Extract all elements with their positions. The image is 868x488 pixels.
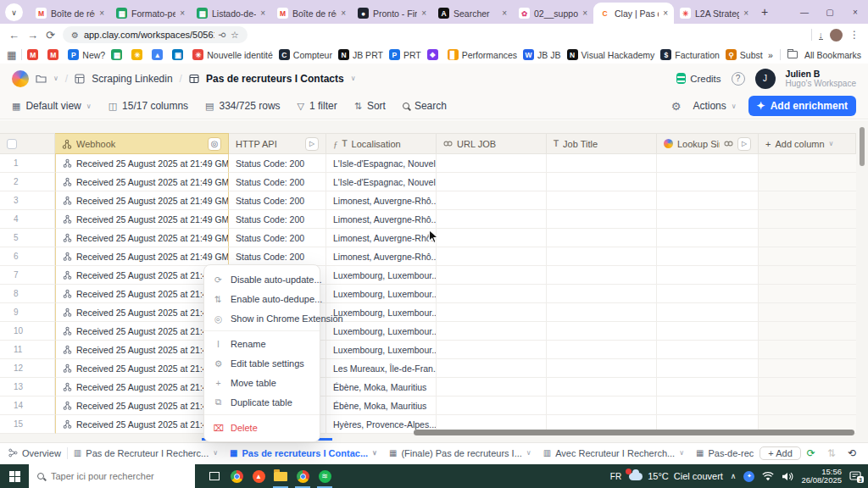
row-number[interactable]: 9 bbox=[0, 303, 55, 322]
browser-tab[interactable]: M Boîte de récep × bbox=[30, 3, 110, 24]
extension-icon[interactable] bbox=[374, 29, 387, 42]
lookup-cell[interactable] bbox=[657, 229, 759, 247]
bookmark-item[interactable]: M bbox=[27, 49, 42, 60]
webhook-cell[interactable]: Received 25 August 2025 at 21:49 GMT-5 bbox=[55, 247, 229, 266]
localisation-cell[interactable]: Limonest, Auvergne-Rhô... bbox=[326, 191, 437, 210]
lookup-cell[interactable] bbox=[657, 266, 759, 285]
workspace-caret-icon[interactable]: ∨ bbox=[53, 75, 58, 82]
localisation-cell[interactable]: Limonest, Auvergne-Rhô... bbox=[326, 210, 437, 229]
extension-icon[interactable] bbox=[476, 29, 488, 42]
lookup-cell[interactable] bbox=[657, 359, 759, 378]
job-title-cell[interactable] bbox=[547, 229, 657, 247]
columns-button[interactable]: ◫ 15/17 columns bbox=[108, 100, 188, 112]
bookmark-item[interactable]: ▲ bbox=[152, 49, 166, 60]
sheet-tab[interactable]: ▦ Pas de recruteurs I Contac... ∨ bbox=[230, 448, 377, 458]
localisation-cell[interactable]: Luxembourg, Luxembour... bbox=[326, 285, 437, 303]
table-row[interactable]: 10 Received 25 August 2025 at 21:49 GMT-… bbox=[0, 322, 856, 341]
url-text[interactable]: app.clay.com/workspaces/505611... bbox=[84, 30, 214, 40]
lookup-cell[interactable] bbox=[657, 303, 759, 322]
table-row[interactable]: 3 Received 25 August 2025 at 21:49 GMT-5… bbox=[0, 191, 856, 210]
row-number[interactable]: 5 bbox=[0, 229, 55, 247]
context-menu-item[interactable]: ⧉ Duplicate table bbox=[204, 392, 320, 412]
tab-close-icon[interactable]: × bbox=[582, 8, 587, 18]
sheet-tab-caret-icon[interactable]: ∨ bbox=[213, 449, 218, 457]
table-row[interactable]: 6 Received 25 August 2025 at 21:49 GMT-5… bbox=[0, 247, 856, 266]
tab-close-icon[interactable]: × bbox=[99, 8, 104, 18]
sheet-tab-caret-icon[interactable]: ∨ bbox=[526, 449, 531, 457]
webhook-cell[interactable]: Received 25 August 2025 at 21:49 GMT-5 bbox=[55, 154, 229, 173]
browser-tab[interactable]: C Clay | Pas de re × bbox=[593, 3, 674, 24]
url-job-cell[interactable] bbox=[437, 341, 547, 359]
row-number[interactable]: 1 bbox=[0, 154, 55, 173]
reload-button[interactable]: ⟳ bbox=[46, 29, 55, 42]
row-number[interactable]: 8 bbox=[0, 285, 55, 303]
url-job-cell[interactable] bbox=[437, 359, 547, 378]
url-job-cell[interactable] bbox=[437, 396, 547, 415]
extension-icon[interactable] bbox=[526, 29, 539, 42]
browser-tab[interactable]: A Searcher × bbox=[432, 3, 513, 24]
taskbar-search-input[interactable] bbox=[51, 471, 170, 481]
row-number[interactable]: 2 bbox=[0, 173, 55, 191]
tab-search-button[interactable]: ∨ bbox=[5, 3, 23, 21]
bookmark-item[interactable]: N Visual Hackademy bbox=[567, 49, 655, 60]
task-view-button[interactable] bbox=[203, 464, 225, 488]
rows-button[interactable]: ▤ 334/725 rows bbox=[205, 100, 280, 112]
extension-icon[interactable] bbox=[543, 29, 556, 42]
table-row[interactable]: 8 Received 25 August 2025 at 21:49 GMT-5… bbox=[0, 285, 856, 303]
tab-close-icon[interactable]: × bbox=[180, 8, 185, 18]
bookmarks-overflow-chevron[interactable]: » bbox=[768, 50, 773, 60]
table-row[interactable]: 13 Received 25 August 2025 at 21:49 GMT-… bbox=[0, 378, 856, 396]
minimize-button[interactable]: — bbox=[792, 8, 817, 17]
browser-tab[interactable]: ● Pronto - Find × bbox=[352, 3, 432, 24]
extension-icon[interactable] bbox=[628, 29, 641, 42]
row-number[interactable]: 7 bbox=[0, 266, 55, 285]
http-status-cell[interactable]: Status Code: 200 bbox=[229, 173, 326, 191]
extension-icon[interactable] bbox=[459, 29, 471, 42]
language-indicator[interactable]: FR bbox=[610, 472, 621, 481]
row-number[interactable]: 11 bbox=[0, 341, 55, 359]
brave-app-button[interactable]: ▲ bbox=[248, 464, 270, 488]
forward-button[interactable]: → bbox=[27, 29, 38, 42]
filter-button[interactable]: ▽ 1 filter bbox=[298, 100, 337, 112]
tab-overview[interactable]: Overview bbox=[8, 448, 61, 458]
lookup-cell[interactable] bbox=[657, 173, 759, 191]
row-number[interactable]: 14 bbox=[0, 396, 55, 415]
credits-button[interactable]: Credits bbox=[676, 73, 721, 84]
row-number[interactable]: 15 bbox=[0, 415, 55, 434]
wifi-icon[interactable] bbox=[762, 472, 774, 481]
job-title-cell[interactable] bbox=[547, 396, 657, 415]
job-title-cell[interactable] bbox=[547, 191, 657, 210]
bookmark-star-icon[interactable]: ☆ bbox=[231, 30, 239, 41]
workspace-folder-icon[interactable] bbox=[36, 74, 47, 83]
taskbar-search[interactable] bbox=[29, 464, 195, 488]
bookmark-item[interactable]: N JB PRT bbox=[338, 49, 383, 60]
http-status-cell[interactable]: Status Code: 200 bbox=[229, 210, 326, 229]
extension-icon[interactable] bbox=[357, 29, 370, 42]
localisation-cell[interactable]: L'Isle-d'Espagnac, Nouvel... bbox=[326, 154, 437, 173]
url-job-cell[interactable] bbox=[437, 247, 547, 266]
new-tab-button[interactable]: + bbox=[761, 5, 768, 19]
table-row[interactable]: 1 Received 25 August 2025 at 21:49 GMT-5… bbox=[0, 154, 856, 173]
bookmark-item[interactable]: W JB JB bbox=[523, 49, 560, 60]
lookup-cell[interactable] bbox=[657, 322, 759, 341]
sheet-tab[interactable]: ▦ Pas-de-recruteurs-I-Conta... ∨ bbox=[696, 448, 754, 458]
sheet-tab[interactable]: ▥ Avec Recruteur I Recherch... ∨ bbox=[543, 448, 684, 458]
bookmark-item[interactable]: ✳ bbox=[131, 49, 146, 60]
spotify-app-button[interactable]: ≋ bbox=[314, 464, 336, 488]
localisation-cell[interactable]: Luxembourg, Luxembour... bbox=[326, 266, 437, 285]
context-menu-item[interactable]: ⇅ Enable auto-dedupe... bbox=[204, 289, 320, 308]
history-icon[interactable]: ⟲ bbox=[848, 447, 856, 459]
file-explorer-button[interactable] bbox=[270, 464, 292, 488]
browser-tab[interactable]: ▦ Formato-perm × bbox=[110, 3, 191, 24]
localisation-cell[interactable]: Luxembourg, Luxembour... bbox=[326, 322, 437, 341]
help-button[interactable]: ? bbox=[732, 72, 745, 86]
extension-icon[interactable] bbox=[560, 29, 573, 42]
localisation-cell[interactable]: Limonest, Auvergne-Rhô... bbox=[326, 247, 437, 266]
lookup-cell[interactable] bbox=[657, 341, 759, 359]
table-row[interactable]: 9 Received 25 August 2025 at 21:49 GMT-5… bbox=[0, 303, 856, 322]
extension-icon[interactable] bbox=[391, 29, 403, 42]
sync-icon[interactable]: ⟳ bbox=[807, 447, 815, 459]
lookup-cell[interactable] bbox=[657, 247, 759, 266]
context-menu-item[interactable]: ⟳ Disable auto-update... bbox=[204, 269, 320, 289]
extension-icon[interactable] bbox=[492, 29, 505, 42]
